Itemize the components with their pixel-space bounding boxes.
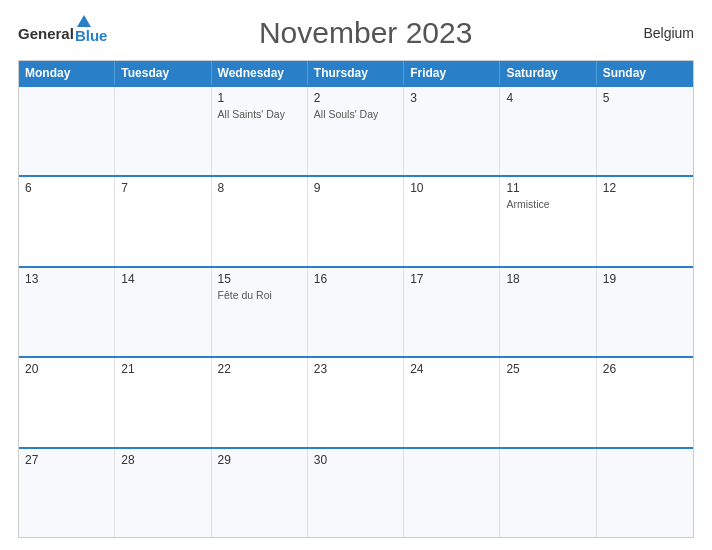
calendar-cell [19, 87, 115, 175]
calendar-body: 1All Saints' Day2All Souls' Day345678910… [19, 85, 693, 537]
calendar-cell: 3 [404, 87, 500, 175]
calendar-day-number: 26 [603, 362, 687, 376]
calendar-cell [404, 449, 500, 537]
calendar-day-number: 23 [314, 362, 397, 376]
calendar-day-number: 16 [314, 272, 397, 286]
calendar-day-number: 14 [121, 272, 204, 286]
calendar-cell: 5 [597, 87, 693, 175]
logo-blue-text: Blue [75, 27, 108, 44]
calendar-cell: 1All Saints' Day [212, 87, 308, 175]
header: General Blue November 2023 Belgium [18, 16, 694, 50]
calendar-day-number: 18 [506, 272, 589, 286]
page-title: November 2023 [107, 16, 624, 50]
calendar-cell: 4 [500, 87, 596, 175]
calendar-cell: 28 [115, 449, 211, 537]
calendar-cell: 23 [308, 358, 404, 446]
calendar-event: All Saints' Day [218, 108, 301, 120]
calendar-week-row: 131415Fête du Roi16171819 [19, 266, 693, 356]
logo-triangle-icon [77, 15, 91, 27]
calendar-week-row: 20212223242526 [19, 356, 693, 446]
calendar-cell: 17 [404, 268, 500, 356]
calendar-day-number: 9 [314, 181, 397, 195]
calendar-day-number: 4 [506, 91, 589, 105]
calendar-event: Armistice [506, 198, 589, 210]
calendar-cell: 11Armistice [500, 177, 596, 265]
calendar-day-number: 29 [218, 453, 301, 467]
calendar-week-row: 1All Saints' Day2All Souls' Day345 [19, 85, 693, 175]
calendar-cell: 16 [308, 268, 404, 356]
calendar-day-number: 25 [506, 362, 589, 376]
calendar-cell: 30 [308, 449, 404, 537]
calendar-cell: 15Fête du Roi [212, 268, 308, 356]
calendar-day-number: 20 [25, 362, 108, 376]
calendar-day-number: 19 [603, 272, 687, 286]
calendar-header-cell: Thursday [308, 61, 404, 85]
calendar-cell: 12 [597, 177, 693, 265]
calendar-day-number: 22 [218, 362, 301, 376]
calendar-cell: 6 [19, 177, 115, 265]
calendar-cell: 13 [19, 268, 115, 356]
calendar-header-row: MondayTuesdayWednesdayThursdayFridaySatu… [19, 61, 693, 85]
calendar-cell: 24 [404, 358, 500, 446]
calendar-day-number: 5 [603, 91, 687, 105]
calendar-cell: 7 [115, 177, 211, 265]
calendar-day-number: 28 [121, 453, 204, 467]
calendar-cell: 26 [597, 358, 693, 446]
calendar-cell: 22 [212, 358, 308, 446]
calendar-cell: 27 [19, 449, 115, 537]
calendar-day-number: 6 [25, 181, 108, 195]
calendar-cell: 19 [597, 268, 693, 356]
calendar-cell [597, 449, 693, 537]
calendar-cell: 9 [308, 177, 404, 265]
calendar-header-cell: Wednesday [212, 61, 308, 85]
calendar-day-number: 13 [25, 272, 108, 286]
calendar-header-cell: Friday [404, 61, 500, 85]
calendar-day-number: 15 [218, 272, 301, 286]
calendar-cell: 21 [115, 358, 211, 446]
calendar-cell: 25 [500, 358, 596, 446]
calendar-day-number: 10 [410, 181, 493, 195]
calendar-week-row: 27282930 [19, 447, 693, 537]
calendar-cell: 14 [115, 268, 211, 356]
calendar-day-number: 1 [218, 91, 301, 105]
calendar-cell: 18 [500, 268, 596, 356]
calendar-cell: 20 [19, 358, 115, 446]
country-label: Belgium [624, 25, 694, 41]
calendar-header-cell: Sunday [597, 61, 693, 85]
calendar: MondayTuesdayWednesdayThursdayFridaySatu… [18, 60, 694, 538]
calendar-day-number: 30 [314, 453, 397, 467]
calendar-cell: 29 [212, 449, 308, 537]
calendar-cell: 8 [212, 177, 308, 265]
calendar-cell: 10 [404, 177, 500, 265]
calendar-day-number: 24 [410, 362, 493, 376]
calendar-day-number: 3 [410, 91, 493, 105]
calendar-day-number: 2 [314, 91, 397, 105]
calendar-event: All Souls' Day [314, 108, 397, 120]
calendar-cell [500, 449, 596, 537]
calendar-day-number: 8 [218, 181, 301, 195]
calendar-header-cell: Monday [19, 61, 115, 85]
calendar-week-row: 67891011Armistice12 [19, 175, 693, 265]
calendar-day-number: 27 [25, 453, 108, 467]
calendar-day-number: 17 [410, 272, 493, 286]
calendar-day-number: 12 [603, 181, 687, 195]
calendar-header-cell: Saturday [500, 61, 596, 85]
page: General Blue November 2023 Belgium Monda… [0, 0, 712, 550]
calendar-cell [115, 87, 211, 175]
calendar-day-number: 21 [121, 362, 204, 376]
logo-general-text: General [18, 25, 74, 42]
calendar-day-number: 11 [506, 181, 589, 195]
calendar-event: Fête du Roi [218, 289, 301, 301]
calendar-cell: 2All Souls' Day [308, 87, 404, 175]
calendar-day-number: 7 [121, 181, 204, 195]
calendar-header-cell: Tuesday [115, 61, 211, 85]
logo: General Blue [18, 23, 107, 44]
